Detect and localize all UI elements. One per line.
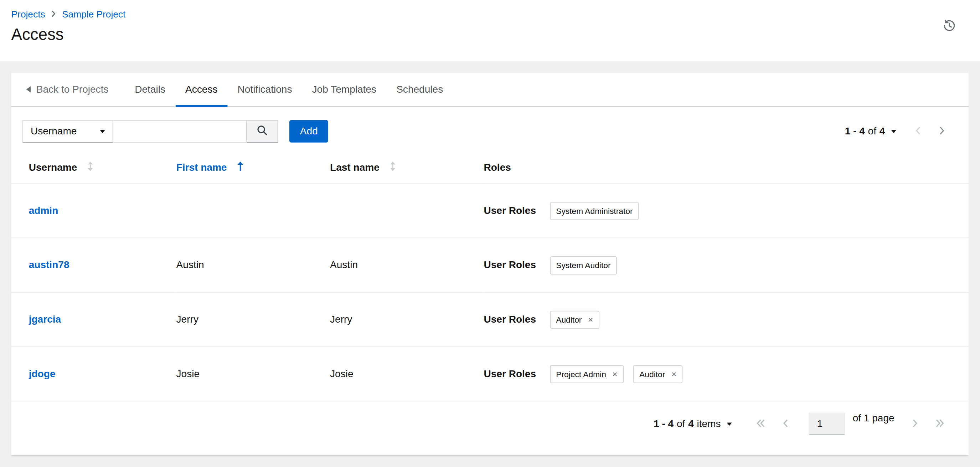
angle-left-icon xyxy=(915,126,922,137)
column-header-last-name: Last name xyxy=(330,152,484,183)
pagination-total: 4 xyxy=(688,418,694,430)
angle-double-right-icon xyxy=(935,418,944,430)
role-chip: Auditor × xyxy=(633,365,683,383)
pagination-items-text: items xyxy=(697,418,721,430)
sort-username[interactable]: Username xyxy=(29,161,94,174)
table-row: jgarcia Jerry Jerry User Roles Auditor × xyxy=(11,292,969,347)
page-header: Projects Sample Project Access xyxy=(0,0,980,61)
breadcrumb: Projects Sample Project xyxy=(11,9,980,20)
roles-cell: User Roles Auditor × xyxy=(484,311,969,329)
tab-access[interactable]: Access xyxy=(175,72,228,106)
tab-job-templates[interactable]: Job Templates xyxy=(302,72,387,106)
search-input[interactable] xyxy=(113,120,247,143)
pagination-nav xyxy=(906,121,954,142)
next-page-button[interactable] xyxy=(903,413,927,435)
next-page-button[interactable] xyxy=(930,121,954,142)
history-icon xyxy=(943,25,956,34)
column-label: First name xyxy=(177,162,227,173)
page-title: Access xyxy=(11,25,980,44)
last-name-cell: Jerry xyxy=(330,292,484,347)
chip-label: System Auditor xyxy=(556,260,611,269)
angle-double-left-icon xyxy=(757,418,766,430)
first-name-cell: Jerry xyxy=(177,292,330,347)
pagination-options-caret-icon[interactable] xyxy=(891,130,896,133)
activity-history-button[interactable] xyxy=(940,16,959,37)
first-page-button[interactable] xyxy=(748,413,774,435)
sort-up-icon xyxy=(237,161,244,174)
tab-label: Notifications xyxy=(238,84,292,95)
pagination-of-text: of xyxy=(868,126,876,137)
table-row: jdoge Josie Josie User Roles Project Adm… xyxy=(11,346,969,401)
user-roles-label: User Roles xyxy=(484,205,536,217)
tab-label: Access xyxy=(185,84,217,95)
role-chip: System Administrator xyxy=(550,202,639,220)
search-icon xyxy=(257,125,267,138)
tab-details[interactable]: Details xyxy=(125,72,175,106)
column-header-roles: Roles xyxy=(484,152,969,183)
last-name-cell xyxy=(330,183,484,238)
back-arrow-icon xyxy=(26,86,31,93)
last-name-cell: Josie xyxy=(330,346,484,401)
angle-right-icon xyxy=(911,418,919,430)
filter-type-select[interactable]: Username xyxy=(22,120,113,143)
username-link[interactable]: admin xyxy=(29,205,59,216)
column-label: Roles xyxy=(484,162,511,172)
roles-cell: User Roles System Administrator xyxy=(484,202,969,220)
current-page-input[interactable] xyxy=(809,413,845,435)
toolbar: Username Add 1 - 4 of 4 xyxy=(11,107,969,152)
last-page-button[interactable] xyxy=(927,413,953,435)
access-card: Back to Projects Details Access Notifica… xyxy=(11,72,969,455)
tab-back-to-projects[interactable]: Back to Projects xyxy=(16,72,119,106)
chip-remove-icon[interactable]: × xyxy=(588,315,593,324)
role-chip: Auditor × xyxy=(550,311,600,329)
pagination-range-numbers: 1 - 4 xyxy=(654,418,673,430)
breadcrumb-link-sample-project[interactable]: Sample Project xyxy=(62,9,126,20)
pagination-items-range: 1 - 4 of 4 items xyxy=(654,418,721,430)
table-row: admin User Roles System Administrator xyxy=(11,183,969,238)
filter-selected-value: Username xyxy=(31,126,76,137)
angle-right-icon xyxy=(938,126,945,137)
tab-schedules[interactable]: Schedules xyxy=(386,72,453,106)
bottom-pagination: 1 - 4 of 4 items of 1 page xyxy=(11,402,969,446)
username-link[interactable]: jgarcia xyxy=(29,314,61,324)
pagination-total: 4 xyxy=(880,126,885,137)
column-header-first-name: First name xyxy=(177,152,330,183)
column-label: Last name xyxy=(330,162,380,173)
roles-cell: User Roles Project Admin × Auditor × xyxy=(484,365,969,383)
role-chip: System Auditor xyxy=(550,256,617,274)
user-roles-label: User Roles xyxy=(484,260,536,271)
sort-last-name[interactable]: Last name xyxy=(330,161,396,174)
sort-both-icon xyxy=(390,161,396,174)
chip-label: Auditor xyxy=(556,315,582,324)
role-chips: System Auditor xyxy=(550,256,617,274)
sort-both-icon xyxy=(87,161,94,174)
username-link[interactable]: jdoge xyxy=(29,368,56,379)
prev-page-button[interactable] xyxy=(774,413,798,435)
angle-left-icon xyxy=(782,418,789,430)
access-table: Username First name xyxy=(11,152,969,402)
role-chips: Auditor × xyxy=(550,311,600,329)
column-header-username: Username xyxy=(11,152,177,183)
tab-bar: Back to Projects Details Access Notifica… xyxy=(11,72,969,107)
sort-first-name[interactable]: First name xyxy=(177,161,244,174)
chip-remove-icon[interactable]: × xyxy=(612,369,617,378)
chevron-down-icon xyxy=(100,130,105,133)
page: Projects Sample Project Access xyxy=(0,0,980,467)
page-count-label: of 1 page xyxy=(853,413,894,435)
pagination-options-caret-icon[interactable] xyxy=(727,422,732,426)
user-roles-label: User Roles xyxy=(484,368,536,380)
last-name-cell: Austin xyxy=(330,238,484,292)
search-button[interactable] xyxy=(247,120,278,143)
pagination-nav: of 1 page xyxy=(748,413,953,435)
first-name-cell: Austin xyxy=(177,238,330,292)
add-button[interactable]: Add xyxy=(290,120,329,143)
tab-label: Job Templates xyxy=(312,84,376,95)
content-area: Back to Projects Details Access Notifica… xyxy=(0,61,980,467)
role-chips: Project Admin × Auditor × xyxy=(550,365,683,383)
username-link[interactable]: austin78 xyxy=(29,260,70,270)
tab-back-label: Back to Projects xyxy=(37,84,109,95)
tab-notifications[interactable]: Notifications xyxy=(228,72,302,106)
breadcrumb-link-projects[interactable]: Projects xyxy=(11,9,45,20)
chip-remove-icon[interactable]: × xyxy=(671,369,676,378)
prev-page-button[interactable] xyxy=(906,121,930,142)
